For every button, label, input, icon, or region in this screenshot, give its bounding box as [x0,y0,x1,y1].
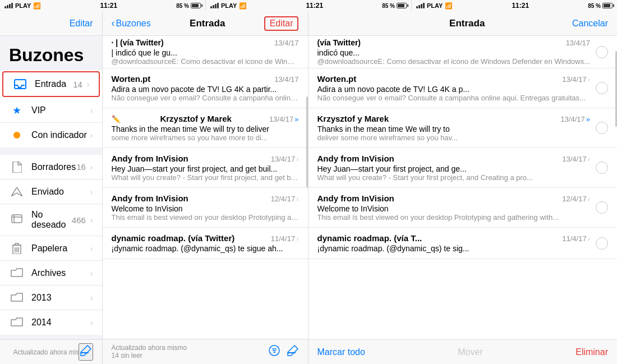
wifi-icon-3: 📶 [445,2,453,10]
edit-preview-andy1: What will you create? - Start your first… [317,173,591,182]
edit-email-item-krzysztof[interactable]: Krzysztof y Marek 13/4/17 » Thanks in th… [308,108,618,148]
edit-email-item-andy1[interactable]: Andy from InVision 13/4/17 › Hey Juan—st… [308,148,618,188]
trash-icon [9,242,25,255]
status-segment-1: PLAY 📶 11:21 85 % [0,0,206,11]
time-1: 11:21 [100,2,117,10]
email-sender: · | (vía Twitter) [112,38,164,47]
time-3: 11:21 [512,2,529,10]
edit-email-item-twitter[interactable]: (vía Twitter) 13/4/17 indicó que... @dow… [308,36,618,68]
battery-icon-2 [397,3,407,8]
mailbox-item-no-deseado[interactable]: No deseado 466 › [0,204,102,236]
no-deseado-count: 466 [72,215,86,225]
entrada-label: Entrada [35,79,73,89]
edit-email-subject: indicó que... [317,48,591,57]
select-circle-5[interactable] [596,201,608,214]
email-item-andy1[interactable]: Andy from InVision 13/4/17 › Hey Juan—st… [103,148,308,188]
email-sender-andy1: Andy from InVision [112,154,188,163]
chevron-back-icon: ‹ [112,17,115,29]
delete-button[interactable]: Eliminar [575,347,608,357]
back-label: Buzones [116,19,151,29]
papelera-label: Papelera [31,243,90,254]
entrada-edit-footer: Marcar todo Mover Eliminar [308,339,618,364]
filter-button[interactable] [269,345,280,358]
email-sender-worten: Worten.pt [112,74,151,84]
scroll-indicator [306,96,308,187]
mailbox-item-borradores[interactable]: Borradores 16 › [0,155,102,179]
edit-date-andy1: 13/4/17 › [562,155,590,163]
mailbox-item-papelera[interactable]: Papelera › [0,236,102,261]
entrada-back-button[interactable]: ‹ Buzones [112,17,151,29]
carrier-2: PLAY [221,2,237,9]
battery-text-1: 85 % [176,3,189,9]
papelera-chevron: › [90,244,93,253]
buzones-edit-button[interactable]: Editar [70,19,93,29]
email-item-twitter-partial[interactable]: · | (vía Twitter) 13/4/17 | indicó que l… [103,36,308,68]
email-preview-krzysztof: some more wireframes so you have more to… [112,133,299,142]
mailbox-item-archives[interactable]: Archives › [0,261,102,285]
status-segment-3: PLAY 📶 11:21 85 % [412,0,617,11]
borradores-chevron: › [90,163,93,172]
edit-preview-worten: Não consegue ver o email? Consulte a cam… [317,94,591,102]
email-sender-dynamic: dynamic roadmap. (vía Twitter) [112,233,235,243]
select-circle-4[interactable] [596,162,608,174]
buzones-title-area: Buzones [0,36,102,70]
email-item-krzysztof[interactable]: ✏️ Krzysztof y Marek 13/4/17 » Thanks in… [103,108,308,148]
edit-email-item-dynamic[interactable]: dynamic roadmap. (vía T... 11/4/17 › ¡dy… [308,228,618,259]
email-subject-dynamic: ¡dynamic roadmap. (@dynamic_qs) te sigue… [112,244,299,253]
email-preview-andy2: This email is best viewed on your deskto… [112,213,299,222]
mailbox-item-con-indicador[interactable]: Con indicador › [0,123,102,148]
email-item-andy2[interactable]: Andy from InVision 12/4/17 › Welcome to … [103,188,308,228]
status-bar: PLAY 📶 11:21 85 % PLAY 📶 11:21 85 % [0,0,617,11]
edit-preview-andy2: This email is best viewed on your deskto… [317,213,591,222]
signal-icon-2 [210,3,219,8]
entrada-edit-button[interactable]: Editar [264,16,299,31]
folder-2013-chevron: › [90,293,93,302]
edit-date-dynamic: 11/4/17 › [562,234,590,243]
email-item-worten[interactable]: Worten.pt 13/4/17 Adira a um novo pacote… [103,68,308,108]
svg-rect-2 [12,215,22,223]
enviado-label: Enviado [31,187,90,197]
con-indicador-label: Con indicador [31,130,90,140]
mark-all-button[interactable]: Marcar todo [317,347,365,357]
email-preview-andy1: What will you create? - Start your first… [112,173,299,182]
mailbox-item-enviado[interactable]: Enviado › [0,179,102,204]
mailbox-item-entrada[interactable]: Entrada 14 › [2,71,100,97]
pencil-icon: ✏️ [112,115,121,123]
buzones-status-text: Actualizado ahora mismo [13,348,89,356]
edit-email-item-worten[interactable]: Worten.pt 13/4/17 › Adira a um novo paco… [308,68,618,108]
select-circle-2[interactable] [596,82,608,94]
vip-label: VIP [31,105,90,116]
email-date-worten: 13/4/17 [274,75,298,84]
buzones-title: Buzones [9,45,93,66]
archives-chevron: › [90,269,93,278]
mailbox-item-vip[interactable]: ★ VIP › [0,98,102,123]
folder-2014-chevron: › [90,318,93,327]
select-circle-3[interactable] [596,122,608,134]
edit-subject-krzysztof: Thanks in the mean time We will try to [317,125,591,133]
email-item-dynamic[interactable]: dynamic roadmap. (vía Twitter) 11/4/17 ›… [103,228,308,259]
edit-subject-andy1: Hey Juan—start your first project, and g… [317,164,591,173]
email-sender-krzysztof: Krzysztof y Marek [160,114,232,123]
edit-email-item-andy2[interactable]: Andy from InVision 12/4/17 › Welcome to … [308,188,618,228]
edit-email-preview: @downloadsourceE: Como desactivar el ico… [317,57,591,66]
edit-double-chevron: » [586,115,590,123]
edit-email-date: 13/4/17 [566,39,590,47]
mailbox-item-2013[interactable]: 2013 › [0,285,102,310]
select-circle-6[interactable] [596,237,608,250]
buzones-compose-button[interactable] [79,343,93,361]
select-circle-1[interactable] [596,46,608,58]
cancel-button[interactable]: Cancelar [572,19,608,29]
carrier-1: PLAY [15,2,31,9]
edit-sender-andy1: Andy from InVision [317,154,394,163]
folder-2013-label: 2013 [31,293,90,303]
buzones-footer: Actualizado ahora mismo [0,339,102,364]
compose-button-2[interactable] [287,344,299,359]
entrada-edit-title: Entrada [449,18,485,29]
edit-date-krzysztof: 13/4/17 » [560,115,590,123]
move-button: Mover [458,347,482,357]
email-date-krzysztof: 13/4/17 » [269,115,299,123]
entrada-footer: Actualizado ahora mismo 14 sin leer [103,339,308,364]
mailbox-item-2014[interactable]: 2014 › [0,310,102,335]
battery-icon-3 [602,3,613,8]
panel-buzones: Editar Buzones Entrada 14 › ★ [0,11,103,364]
